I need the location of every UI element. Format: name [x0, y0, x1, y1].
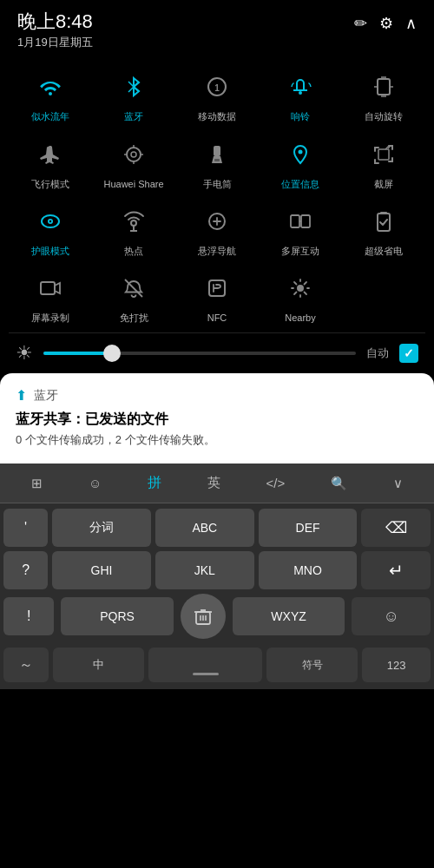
- multi-screen-icon: [288, 209, 312, 241]
- qs-multi-screen[interactable]: 多屏互动: [259, 199, 342, 266]
- hotspot-icon: [122, 209, 146, 241]
- kb-key-wxyz[interactable]: WXYZ: [233, 597, 345, 635]
- qs-mobile-data[interactable]: 1 移动数据: [175, 64, 259, 131]
- qs-auto-rotate-label: 自动旋转: [365, 111, 403, 122]
- qs-float-nav[interactable]: 悬浮导航: [175, 199, 259, 266]
- svg-text:1: 1: [214, 83, 220, 93]
- kb-key-chinese[interactable]: 中: [53, 648, 144, 682]
- kb-key-abc[interactable]: ABC: [155, 509, 254, 547]
- qs-mobile-data-label: 移动数据: [198, 111, 236, 122]
- trash-icon: [192, 605, 214, 628]
- edit-icon[interactable]: ✏: [354, 14, 367, 33]
- quick-settings-grid: 似水流年 蓝牙 1 移动数据: [9, 64, 425, 332]
- qs-huawei-share-label: Huawei Share: [103, 179, 163, 190]
- qs-eye-comfort[interactable]: 护眼模式: [9, 199, 92, 266]
- kb-key-ghi[interactable]: GHI: [52, 551, 151, 589]
- kb-row-2: ? GHI JKL MNO ↵: [3, 551, 431, 589]
- notif-title[interactable]: 蓝牙共享：已发送的文件: [16, 411, 418, 429]
- qs-wifi[interactable]: 似水流年: [9, 64, 92, 131]
- status-bar: 晚上8:48 1月19日星期五 ✏ ⚙ ∧: [0, 0, 434, 56]
- kb-key-pqrs[interactable]: PQRS: [61, 597, 174, 635]
- qs-auto-rotate[interactable]: 自动旋转: [342, 64, 425, 131]
- qs-ringtone-label: 响铃: [291, 111, 310, 122]
- collapse-icon[interactable]: ∧: [405, 14, 417, 33]
- kb-key-symbols[interactable]: 符号: [266, 648, 358, 682]
- svg-rect-20: [380, 212, 387, 214]
- qs-location-label: 位置信息: [281, 179, 319, 190]
- kb-emoji-icon[interactable]: ☺: [80, 472, 110, 494]
- kb-code-btn[interactable]: </>: [257, 472, 293, 494]
- qs-screen-record[interactable]: 屏幕录制: [9, 266, 92, 332]
- kb-key-mno[interactable]: MNO: [259, 551, 358, 589]
- kb-search-btn[interactable]: 🔍: [322, 472, 356, 495]
- svg-rect-21: [41, 282, 55, 294]
- brightness-knob[interactable]: [103, 345, 121, 362]
- huawei-share-icon: [122, 142, 146, 174]
- status-date: 1月19日星期五: [17, 35, 93, 50]
- brightness-row: ☀ 自动: [0, 333, 434, 373]
- ringtone-icon: [288, 75, 312, 107]
- kb-grid-icon[interactable]: ⊞: [23, 472, 51, 495]
- kb-row-1: ' 分词 ABC DEF ⌫: [3, 509, 431, 547]
- mobile-data-icon: 1: [205, 75, 229, 107]
- kb-delete-key[interactable]: ⌫: [361, 509, 431, 547]
- svg-point-12: [49, 220, 51, 222]
- auto-rotate-icon: [372, 75, 396, 107]
- notif-header: ⬆ 蓝牙: [16, 387, 418, 404]
- qs-nfc[interactable]: NFC: [175, 266, 259, 332]
- svg-point-5: [131, 152, 136, 157]
- qs-ringtone[interactable]: 响铃: [259, 64, 342, 131]
- settings-icon[interactable]: ⚙: [379, 14, 393, 33]
- kb-key-quote[interactable]: ': [3, 509, 48, 547]
- svg-point-4: [127, 148, 141, 161]
- qs-hotspot-label: 热点: [124, 246, 143, 257]
- qs-hotspot[interactable]: 热点: [92, 199, 175, 266]
- qs-super-save-label: 超级省电: [365, 246, 403, 257]
- qs-nearby-label: Nearby: [285, 312, 315, 324]
- kb-delete-circle[interactable]: [181, 594, 226, 639]
- svg-rect-18: [301, 215, 310, 227]
- qs-location[interactable]: 位置信息: [259, 132, 342, 199]
- status-icons: ✏ ⚙ ∧: [354, 10, 417, 33]
- keyboard-toolbar: ⊞ ☺ 拼 英 </> 🔍 ∨: [0, 464, 434, 503]
- kb-enter-key[interactable]: ↵: [361, 551, 431, 589]
- kb-english-btn[interactable]: 英: [199, 471, 229, 495]
- notification-card: ⬆ 蓝牙 蓝牙共享：已发送的文件 0 个文件传输成功，2 个文件传输失败。: [0, 373, 434, 464]
- svg-point-13: [131, 220, 136, 226]
- kb-key-tilde[interactable]: ～: [3, 648, 49, 682]
- qs-wifi-label: 似水流年: [31, 111, 69, 122]
- qs-huawei-share[interactable]: Huawei Share: [92, 132, 175, 199]
- super-save-icon: [372, 209, 396, 241]
- eye-comfort-icon: [38, 209, 62, 241]
- kb-last-row: ～ 中 符号 123: [0, 643, 434, 689]
- qs-screenshot[interactable]: 截屏: [342, 132, 425, 199]
- kb-key-space[interactable]: [148, 648, 262, 682]
- qs-screenshot-label: 截屏: [374, 179, 393, 190]
- brightness-slider[interactable]: [43, 352, 356, 355]
- bluetooth-icon: [122, 75, 146, 107]
- kb-pinyin-btn[interactable]: 拼: [139, 470, 170, 496]
- kb-key-exclaim[interactable]: !: [3, 597, 54, 635]
- qs-airplane[interactable]: 飞行模式: [9, 132, 92, 199]
- qs-empty: [342, 266, 425, 332]
- qs-nearby[interactable]: Nearby: [259, 266, 342, 332]
- qs-bluetooth[interactable]: 蓝牙: [92, 64, 175, 131]
- brightness-fill: [43, 352, 112, 355]
- qs-screen-record-label: 屏幕录制: [31, 312, 69, 324]
- kb-key-fenci[interactable]: 分词: [52, 509, 151, 547]
- kb-key-question[interactable]: ?: [3, 551, 48, 589]
- brightness-auto-checkbox[interactable]: [399, 344, 418, 363]
- kb-key-jkl[interactable]: JKL: [155, 551, 254, 589]
- qs-super-save[interactable]: 超级省电: [342, 199, 425, 266]
- kb-key-123[interactable]: 123: [362, 648, 431, 682]
- quick-settings-panel: 似水流年 蓝牙 1 移动数据: [0, 56, 434, 332]
- qs-multi-screen-label: 多屏互动: [281, 246, 319, 257]
- brightness-icon: ☀: [16, 342, 33, 365]
- kb-key-def[interactable]: DEF: [259, 509, 358, 547]
- svg-rect-7: [214, 159, 220, 161]
- qs-flashlight[interactable]: 手电筒: [175, 132, 259, 199]
- kb-collapse-btn[interactable]: ∨: [385, 472, 411, 495]
- qs-no-disturb[interactable]: 免打扰: [92, 266, 175, 332]
- svg-rect-17: [291, 215, 299, 227]
- kb-emoji-key[interactable]: ☺: [352, 597, 431, 635]
